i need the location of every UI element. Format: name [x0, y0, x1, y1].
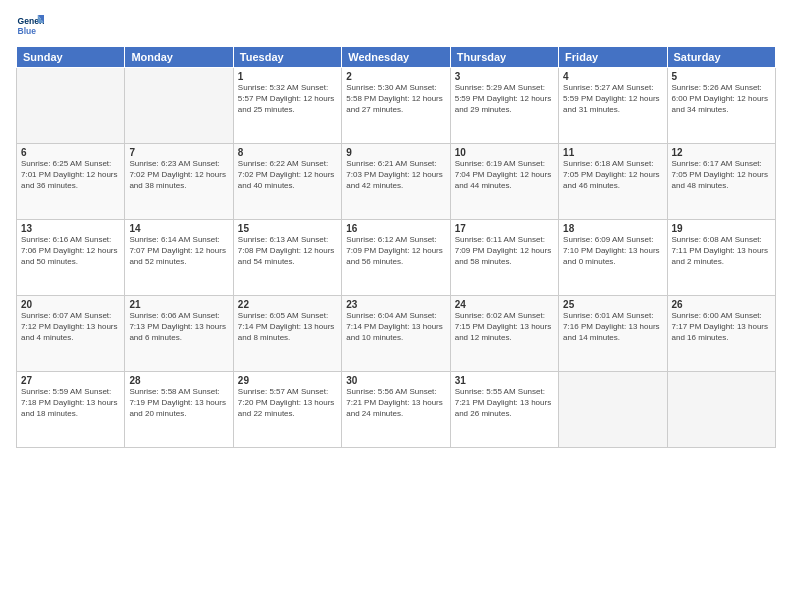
calendar-cell: 5Sunrise: 5:26 AM Sunset: 6:00 PM Daylig… [667, 68, 775, 144]
calendar-cell [125, 68, 233, 144]
day-number: 15 [238, 223, 337, 234]
day-number: 30 [346, 375, 445, 386]
day-info: Sunrise: 6:06 AM Sunset: 7:13 PM Dayligh… [129, 311, 228, 343]
day-info: Sunrise: 6:13 AM Sunset: 7:08 PM Dayligh… [238, 235, 337, 267]
calendar-cell: 2Sunrise: 5:30 AM Sunset: 5:58 PM Daylig… [342, 68, 450, 144]
day-info: Sunrise: 6:12 AM Sunset: 7:09 PM Dayligh… [346, 235, 445, 267]
logo-icon: General Blue [16, 12, 44, 40]
day-header-sunday: Sunday [17, 47, 125, 68]
calendar-cell: 10Sunrise: 6:19 AM Sunset: 7:04 PM Dayli… [450, 144, 558, 220]
svg-text:Blue: Blue [18, 26, 37, 36]
calendar-container: General Blue SundayMondayTuesdayWednesda… [0, 0, 792, 456]
calendar-cell: 1Sunrise: 5:32 AM Sunset: 5:57 PM Daylig… [233, 68, 341, 144]
calendar-cell: 13Sunrise: 6:16 AM Sunset: 7:06 PM Dayli… [17, 220, 125, 296]
logo: General Blue [16, 12, 44, 40]
day-info: Sunrise: 6:16 AM Sunset: 7:06 PM Dayligh… [21, 235, 120, 267]
calendar-cell: 20Sunrise: 6:07 AM Sunset: 7:12 PM Dayli… [17, 296, 125, 372]
day-info: Sunrise: 6:11 AM Sunset: 7:09 PM Dayligh… [455, 235, 554, 267]
day-info: Sunrise: 5:29 AM Sunset: 5:59 PM Dayligh… [455, 83, 554, 115]
day-info: Sunrise: 5:32 AM Sunset: 5:57 PM Dayligh… [238, 83, 337, 115]
day-number: 22 [238, 299, 337, 310]
day-number: 27 [21, 375, 120, 386]
day-header-saturday: Saturday [667, 47, 775, 68]
day-number: 9 [346, 147, 445, 158]
day-info: Sunrise: 6:02 AM Sunset: 7:15 PM Dayligh… [455, 311, 554, 343]
calendar-cell: 8Sunrise: 6:22 AM Sunset: 7:02 PM Daylig… [233, 144, 341, 220]
day-info: Sunrise: 6:01 AM Sunset: 7:16 PM Dayligh… [563, 311, 662, 343]
day-number: 25 [563, 299, 662, 310]
day-number: 8 [238, 147, 337, 158]
calendar-cell: 22Sunrise: 6:05 AM Sunset: 7:14 PM Dayli… [233, 296, 341, 372]
day-info: Sunrise: 5:30 AM Sunset: 5:58 PM Dayligh… [346, 83, 445, 115]
day-number: 12 [672, 147, 771, 158]
calendar-cell: 30Sunrise: 5:56 AM Sunset: 7:21 PM Dayli… [342, 372, 450, 448]
day-number: 3 [455, 71, 554, 82]
day-info: Sunrise: 6:09 AM Sunset: 7:10 PM Dayligh… [563, 235, 662, 267]
header-row: General Blue [16, 12, 776, 40]
calendar-cell: 11Sunrise: 6:18 AM Sunset: 7:05 PM Dayli… [559, 144, 667, 220]
day-number: 17 [455, 223, 554, 234]
day-number: 4 [563, 71, 662, 82]
day-number: 28 [129, 375, 228, 386]
calendar-week-1: 1Sunrise: 5:32 AM Sunset: 5:57 PM Daylig… [17, 68, 776, 144]
calendar-cell: 7Sunrise: 6:23 AM Sunset: 7:02 PM Daylig… [125, 144, 233, 220]
day-number: 6 [21, 147, 120, 158]
day-info: Sunrise: 5:57 AM Sunset: 7:20 PM Dayligh… [238, 387, 337, 419]
day-header-thursday: Thursday [450, 47, 558, 68]
calendar-cell: 21Sunrise: 6:06 AM Sunset: 7:13 PM Dayli… [125, 296, 233, 372]
day-number: 1 [238, 71, 337, 82]
calendar-cell: 4Sunrise: 5:27 AM Sunset: 5:59 PM Daylig… [559, 68, 667, 144]
day-info: Sunrise: 6:25 AM Sunset: 7:01 PM Dayligh… [21, 159, 120, 191]
calendar-cell: 14Sunrise: 6:14 AM Sunset: 7:07 PM Dayli… [125, 220, 233, 296]
calendar-table: SundayMondayTuesdayWednesdayThursdayFrid… [16, 46, 776, 448]
day-info: Sunrise: 6:17 AM Sunset: 7:05 PM Dayligh… [672, 159, 771, 191]
day-info: Sunrise: 5:26 AM Sunset: 6:00 PM Dayligh… [672, 83, 771, 115]
day-header-friday: Friday [559, 47, 667, 68]
day-info: Sunrise: 6:05 AM Sunset: 7:14 PM Dayligh… [238, 311, 337, 343]
day-number: 10 [455, 147, 554, 158]
calendar-cell: 17Sunrise: 6:11 AM Sunset: 7:09 PM Dayli… [450, 220, 558, 296]
calendar-cell [17, 68, 125, 144]
calendar-header-row: SundayMondayTuesdayWednesdayThursdayFrid… [17, 47, 776, 68]
day-info: Sunrise: 6:08 AM Sunset: 7:11 PM Dayligh… [672, 235, 771, 267]
day-number: 23 [346, 299, 445, 310]
day-info: Sunrise: 5:58 AM Sunset: 7:19 PM Dayligh… [129, 387, 228, 419]
day-info: Sunrise: 6:07 AM Sunset: 7:12 PM Dayligh… [21, 311, 120, 343]
calendar-cell: 24Sunrise: 6:02 AM Sunset: 7:15 PM Dayli… [450, 296, 558, 372]
day-header-monday: Monday [125, 47, 233, 68]
calendar-cell: 15Sunrise: 6:13 AM Sunset: 7:08 PM Dayli… [233, 220, 341, 296]
calendar-cell: 31Sunrise: 5:55 AM Sunset: 7:21 PM Dayli… [450, 372, 558, 448]
day-number: 20 [21, 299, 120, 310]
calendar-cell [559, 372, 667, 448]
calendar-cell: 6Sunrise: 6:25 AM Sunset: 7:01 PM Daylig… [17, 144, 125, 220]
calendar-cell: 12Sunrise: 6:17 AM Sunset: 7:05 PM Dayli… [667, 144, 775, 220]
calendar-cell: 9Sunrise: 6:21 AM Sunset: 7:03 PM Daylig… [342, 144, 450, 220]
calendar-cell: 25Sunrise: 6:01 AM Sunset: 7:16 PM Dayli… [559, 296, 667, 372]
day-number: 2 [346, 71, 445, 82]
day-info: Sunrise: 5:55 AM Sunset: 7:21 PM Dayligh… [455, 387, 554, 419]
day-info: Sunrise: 6:21 AM Sunset: 7:03 PM Dayligh… [346, 159, 445, 191]
calendar-week-4: 20Sunrise: 6:07 AM Sunset: 7:12 PM Dayli… [17, 296, 776, 372]
day-info: Sunrise: 6:04 AM Sunset: 7:14 PM Dayligh… [346, 311, 445, 343]
calendar-week-2: 6Sunrise: 6:25 AM Sunset: 7:01 PM Daylig… [17, 144, 776, 220]
calendar-cell: 18Sunrise: 6:09 AM Sunset: 7:10 PM Dayli… [559, 220, 667, 296]
calendar-week-3: 13Sunrise: 6:16 AM Sunset: 7:06 PM Dayli… [17, 220, 776, 296]
day-header-tuesday: Tuesday [233, 47, 341, 68]
calendar-cell: 28Sunrise: 5:58 AM Sunset: 7:19 PM Dayli… [125, 372, 233, 448]
calendar-cell: 29Sunrise: 5:57 AM Sunset: 7:20 PM Dayli… [233, 372, 341, 448]
day-number: 16 [346, 223, 445, 234]
day-info: Sunrise: 6:00 AM Sunset: 7:17 PM Dayligh… [672, 311, 771, 343]
day-info: Sunrise: 6:19 AM Sunset: 7:04 PM Dayligh… [455, 159, 554, 191]
day-number: 19 [672, 223, 771, 234]
day-info: Sunrise: 5:59 AM Sunset: 7:18 PM Dayligh… [21, 387, 120, 419]
day-number: 14 [129, 223, 228, 234]
calendar-cell: 26Sunrise: 6:00 AM Sunset: 7:17 PM Dayli… [667, 296, 775, 372]
calendar-cell: 27Sunrise: 5:59 AM Sunset: 7:18 PM Dayli… [17, 372, 125, 448]
day-info: Sunrise: 6:18 AM Sunset: 7:05 PM Dayligh… [563, 159, 662, 191]
day-info: Sunrise: 6:22 AM Sunset: 7:02 PM Dayligh… [238, 159, 337, 191]
day-info: Sunrise: 6:14 AM Sunset: 7:07 PM Dayligh… [129, 235, 228, 267]
day-info: Sunrise: 5:56 AM Sunset: 7:21 PM Dayligh… [346, 387, 445, 419]
day-number: 29 [238, 375, 337, 386]
day-number: 21 [129, 299, 228, 310]
calendar-week-5: 27Sunrise: 5:59 AM Sunset: 7:18 PM Dayli… [17, 372, 776, 448]
